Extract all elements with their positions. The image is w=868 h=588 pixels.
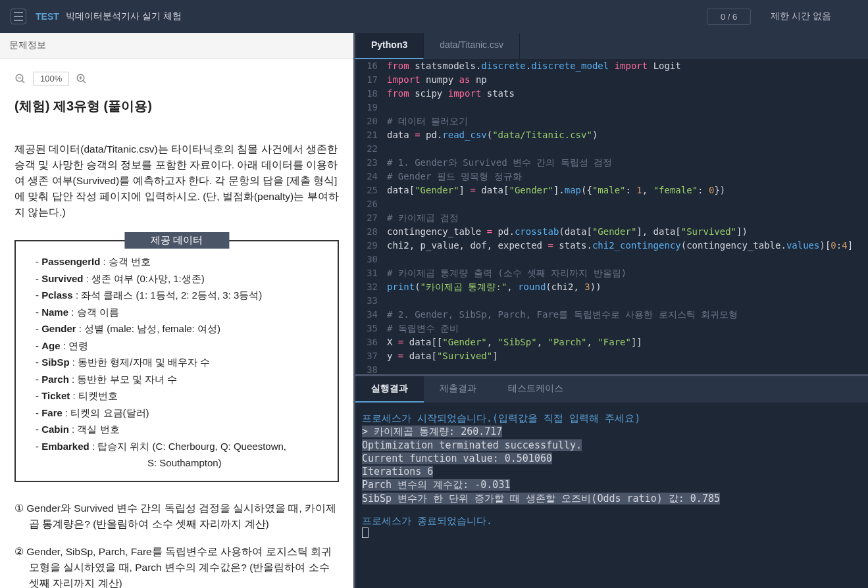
- code-panel: Python3 data/Titanic.csv 16from statsmod…: [355, 33, 868, 588]
- data-dictionary: 제공 데이터 - PassengerId : 승객 번호- Survived :…: [14, 240, 339, 482]
- code-line[interactable]: 25data["Gender"] = data["Gender"].map({"…: [355, 184, 868, 197]
- data-box-title: 제공 데이터: [124, 232, 229, 249]
- console-line: 프로세스가 종료되었습니다.: [362, 514, 861, 527]
- data-field: - Parch : 동반한 부모 및 자녀 수: [29, 371, 324, 388]
- data-field: - Gender : 성별 (male: 남성, female: 여성): [29, 320, 324, 337]
- code-line[interactable]: 36X = data[["Gender", "SibSp", "Parch", …: [355, 335, 868, 349]
- code-line[interactable]: 38: [355, 363, 868, 374]
- app-header: TEST 빅데이터분석기사 실기 체험 0 / 6 제한 시간 없음: [0, 0, 868, 33]
- data-field: - Survived : 생존 여부 (0:사망, 1:생존): [29, 270, 324, 287]
- code-line[interactable]: 33: [355, 294, 868, 308]
- tab-run-result[interactable]: 실행결과: [355, 376, 424, 403]
- code-line[interactable]: 21data = pd.read_csv("data/Titanic.csv"): [355, 128, 868, 142]
- code-line[interactable]: 26: [355, 197, 868, 211]
- data-field: - Ticket : 티켓번호: [29, 387, 324, 404]
- code-line[interactable]: 17import numpy as np: [355, 73, 868, 87]
- code-line[interactable]: 18from scipy import stats: [355, 87, 868, 101]
- code-line[interactable]: 37y = data["Survived"]: [355, 349, 868, 363]
- zoom-out-icon[interactable]: [14, 73, 26, 85]
- time-limit: 제한 시간 없음: [771, 11, 831, 22]
- console-line: 프로세스가 시작되었습니다.(입력값을 직접 입력해 주세요): [362, 412, 861, 425]
- data-field: - Age : 연령: [29, 337, 324, 355]
- test-badge: TEST: [36, 11, 59, 22]
- code-line[interactable]: 32print("카이제곱 통계량:", round(chi2, 3)): [355, 280, 868, 294]
- progress-counter: 0 / 6: [707, 9, 751, 25]
- console-line: Iterations 6: [362, 466, 433, 478]
- question-1: ① Gender와 Survived 변수 간의 독립성 검정을 실시하였을 때…: [14, 501, 339, 532]
- code-line[interactable]: 23# 1. Gender와 Survived 변수 간의 독립성 검정: [355, 156, 868, 170]
- info-bar: 문제정보: [0, 33, 353, 59]
- data-field: - Cabin : 객실 번호: [29, 421, 324, 438]
- svg-line-1: [22, 80, 24, 83]
- data-field: - Pclass : 좌석 클래스 (1: 1등석, 2: 2등석, 3: 3등…: [29, 287, 324, 304]
- data-field: - Name : 승객 이름: [29, 304, 324, 321]
- console-line: Optimization terminated successfully.: [362, 439, 582, 451]
- problem-title: (체험) 제3유형 (풀이용): [14, 97, 339, 115]
- code-line[interactable]: 28contingency_table = pd.crosstab(data["…: [355, 225, 868, 239]
- problem-panel: 문제정보 100% (체험) 제3유형 (풀이용) 제공된 데이터(data/T…: [0, 33, 355, 588]
- code-line[interactable]: 27# 카이제곱 검정: [355, 211, 868, 225]
- code-line[interactable]: 22: [355, 142, 868, 156]
- tab-submit-result[interactable]: 제출결과: [424, 376, 492, 403]
- code-line[interactable]: 16from statsmodels.discrete.discrete_mod…: [355, 59, 868, 73]
- data-field: S: Southampton): [29, 454, 324, 472]
- editor-tabs: Python3 data/Titanic.csv: [355, 33, 868, 59]
- console-line: Current function value: 0.501060: [362, 453, 552, 464]
- data-field: - Embarked : 탑승지 위치 (C: Cherbourg, Q: Qu…: [29, 438, 324, 455]
- menu-icon[interactable]: [11, 9, 26, 24]
- problem-content[interactable]: 100% (체험) 제3유형 (풀이용) 제공된 데이터(data/Titani…: [0, 59, 353, 588]
- code-line[interactable]: 29chi2, p_value, dof, expected = stats.c…: [355, 239, 868, 253]
- data-field: - SibSp : 동반한 형제/자매 및 배우자 수: [29, 354, 324, 371]
- svg-line-4: [84, 80, 86, 83]
- code-line[interactable]: 20# 데이터 불러오기: [355, 114, 868, 128]
- data-field: - Fare : 티켓의 요금(달러): [29, 404, 324, 422]
- code-line[interactable]: 34# 2. Gender, SibSp, Parch, Fare를 독립변수로…: [355, 308, 868, 322]
- zoom-in-icon[interactable]: [76, 73, 88, 85]
- tab-python[interactable]: Python3: [355, 33, 424, 59]
- data-field: - PassengerId : 승객 번호: [29, 253, 324, 270]
- code-line[interactable]: 35# 독립변수 준비: [355, 322, 868, 335]
- output-panel: 실행결과 제출결과 테스트케이스 프로세스가 시작되었습니다.(입력값을 직접 …: [355, 374, 868, 588]
- tab-testcase[interactable]: 테스트케이스: [492, 376, 579, 403]
- code-editor[interactable]: 16from statsmodels.discrete.discrete_mod…: [355, 59, 868, 374]
- problem-description: 제공된 데이터(data/Titanic.csv)는 타이타닉호의 침몰 사건에…: [14, 141, 339, 220]
- code-line[interactable]: 31# 카이제곱 통계량 출력 (소수 셋째 자리까지 반올림): [355, 266, 868, 280]
- exam-title: 빅데이터분석기사 실기 체험: [66, 11, 182, 22]
- tab-data[interactable]: data/Titanic.csv: [424, 33, 520, 59]
- console-output[interactable]: 프로세스가 시작되었습니다.(입력값을 직접 입력해 주세요) > 카이제곱 통…: [355, 403, 868, 588]
- console-line: > 카이제곱 통계량: 260.717: [362, 426, 502, 437]
- question-2: ② Gender, SibSp, Parch, Fare를 독립변수로 사용하여…: [14, 544, 339, 588]
- zoom-value: 100%: [33, 72, 69, 86]
- console-line: SibSp 변수가 한 단위 증가할 때 생존할 오즈비(Odds ratio)…: [362, 493, 720, 504]
- code-line[interactable]: 30: [355, 253, 868, 266]
- code-line[interactable]: 24# Gender 필드 명목형 정규화: [355, 170, 868, 184]
- code-line[interactable]: 19: [355, 101, 868, 114]
- console-line: Parch 변수의 계수값: -0.031: [362, 479, 510, 491]
- cursor-icon: [362, 527, 369, 538]
